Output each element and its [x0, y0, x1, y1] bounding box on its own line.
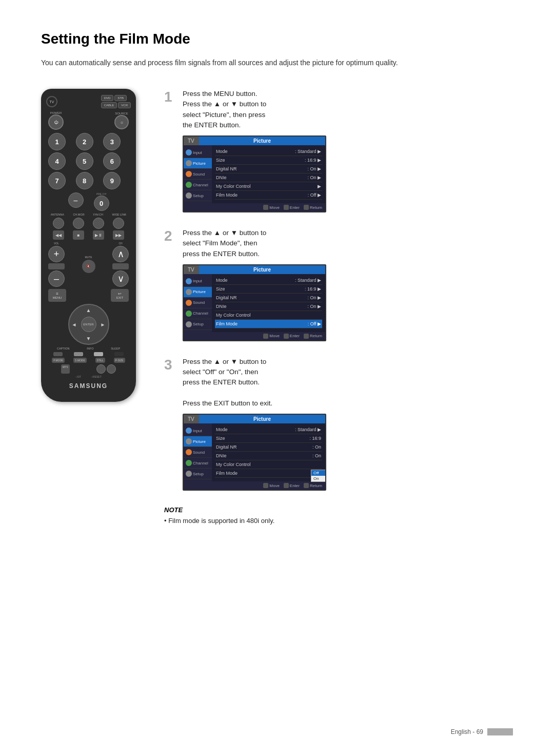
menu-button[interactable]: ≡ MENU: [48, 289, 66, 302]
setup-icon-3: [186, 471, 192, 477]
power-button[interactable]: ⏻: [48, 114, 64, 130]
num-2-button[interactable]: 2: [76, 133, 93, 150]
favch-button[interactable]: [93, 218, 104, 229]
step-3-content: Press the ▲ or ▼ button to select "Off" …: [183, 357, 513, 491]
tv-button[interactable]: TV: [46, 96, 57, 107]
wiselink-button[interactable]: [113, 218, 124, 229]
num-4-button[interactable]: 4: [48, 152, 66, 170]
vol-down-button[interactable]: –: [48, 270, 65, 287]
vol-section: VOL + –: [48, 242, 65, 287]
num-1-button[interactable]: 1: [48, 133, 66, 150]
tv-sidebar-input: Input: [184, 147, 212, 158]
nav-left-button[interactable]: ◄: [72, 322, 77, 327]
reset-button[interactable]: [107, 364, 116, 374]
number-grid: 1 2 3 4 5 6 7 8 9: [48, 133, 129, 189]
p-size-button[interactable]: P-SIZE: [114, 358, 125, 363]
caption-button[interactable]: CAPTION: [57, 347, 69, 350]
tv-row-mode-3: Mode : Standard ▶: [215, 425, 322, 434]
num-5-button[interactable]: 5: [76, 152, 93, 170]
ch-down-button[interactable]: ∨: [112, 270, 129, 287]
reset-label: ○RESET: [91, 375, 102, 378]
dash-button[interactable]: –: [68, 192, 84, 208]
p-mode-button[interactable]: P.MODE: [52, 358, 65, 363]
menu-exit-row: ≡ MENU ↩ EXIT: [48, 289, 129, 302]
dvd-button[interactable]: DVD: [101, 95, 114, 101]
remote-control: TV DVD STB CABLE VCR: [41, 89, 136, 402]
nav-right-button[interactable]: ►: [101, 322, 106, 327]
chmgr-button[interactable]: [73, 218, 84, 229]
mute-button[interactable]: 🔇: [82, 260, 95, 273]
s-mode-button[interactable]: S.MODE: [73, 358, 87, 363]
num-6-button[interactable]: 6: [103, 152, 121, 170]
move-indicator: Move: [263, 205, 280, 210]
tv-sidebar-2: Input Picture Sound: [184, 274, 212, 332]
num-8-button[interactable]: 8: [76, 172, 93, 189]
channel-icon: [186, 182, 192, 188]
exit-button[interactable]: ↩ EXIT: [111, 289, 129, 302]
wiselink-label: WISE LINK: [112, 213, 126, 216]
tv-row-mycolor-3: My Color Control: [215, 460, 322, 469]
num-9-button[interactable]: 9: [103, 172, 121, 189]
setup-icon-2: [186, 321, 192, 327]
sleep-button[interactable]: SLEEP: [111, 347, 120, 350]
dropdown-on[interactable]: On: [311, 476, 326, 481]
tv-footer-3: Move Enter Return: [184, 481, 325, 490]
color-btn-1[interactable]: [53, 352, 63, 356]
caption-info-sleep-row: CAPTION INFO SLEEP: [48, 347, 129, 350]
move-indicator-2: Move: [263, 334, 280, 339]
fastforward-button[interactable]: ▶▶: [113, 230, 124, 240]
nav-down-button[interactable]: ▼: [86, 336, 91, 341]
enter-button[interactable]: ENTER: [81, 317, 96, 332]
return-indicator: Return: [304, 205, 322, 210]
source-button[interactable]: ⊙: [114, 115, 129, 129]
mts-button[interactable]: MTS: [61, 364, 70, 374]
tv-screen-1-body: Input Picture Sound: [184, 145, 325, 203]
tv-row-filmmode: Film Mode : Off ▶: [215, 191, 322, 200]
color-btn-2[interactable]: [74, 352, 83, 356]
tv-row-digitalnr-3: Digital NR : On: [215, 443, 322, 452]
info-button[interactable]: INFO: [87, 347, 93, 350]
enter-indicator: Enter: [284, 205, 300, 210]
vcr-button[interactable]: VCR: [118, 102, 131, 108]
nav-up-button[interactable]: ▲: [86, 307, 91, 313]
step-2: 2 Press the ▲ or ▼ button to select "Fil…: [164, 228, 513, 341]
num-3-button[interactable]: 3: [103, 133, 121, 150]
dropdown-off-selected[interactable]: Off: [311, 470, 326, 476]
page-content: Setting the Film Mode You can automatica…: [0, 0, 554, 555]
return-icon-3: [304, 483, 309, 488]
tv-screen-2-header: TV Picture: [184, 265, 325, 274]
page-footer: English - 69: [451, 728, 513, 735]
bottom-small-row: MTS: [48, 364, 129, 374]
playpause-button[interactable]: ▶⏸: [93, 230, 104, 240]
color-btn-4[interactable]: [114, 352, 124, 356]
set-button[interactable]: [96, 364, 106, 374]
stb-button[interactable]: STB: [114, 95, 127, 101]
num-7-button[interactable]: 7: [48, 172, 66, 189]
color-buttons-row: [48, 352, 129, 356]
tv-screen-2-menu: Mode : Standard ▶ Size : 16:9 ▶ Digital …: [212, 274, 325, 332]
setup-icon: [186, 192, 192, 199]
rewind-button[interactable]: ◀◀: [53, 230, 64, 240]
tv-sidebar-2-input: Input: [184, 276, 212, 287]
vol-indicator: [48, 263, 65, 269]
cable-button[interactable]: CABLE: [101, 102, 117, 108]
ch-section: CH ∧ ∨: [112, 242, 129, 287]
num-0-button[interactable]: 0: [94, 196, 109, 211]
tv-row-digitalnr: Digital NR : On ▶: [215, 165, 322, 173]
still-button[interactable]: STILL: [95, 358, 105, 363]
tv-row-dnie-2: DNIe : On ▶: [215, 302, 322, 311]
samsung-logo: SAMSUNG: [46, 382, 131, 390]
tv-header-picture-2: Picture: [199, 265, 325, 274]
picture-icon-2: [186, 289, 192, 295]
vol-up-button[interactable]: +: [48, 246, 65, 262]
vol-label: VOL: [54, 242, 59, 245]
step-3-text: Press the ▲ or ▼ button to select "Off" …: [183, 357, 513, 409]
tv-screen-2-body: Input Picture Sound: [184, 274, 325, 332]
ch-up-button[interactable]: ∧: [112, 246, 129, 262]
tv-row-size: Size : 16:9 ▶: [215, 156, 322, 165]
color-btn-3[interactable]: [94, 352, 103, 356]
tv-screen-2: TV Picture Input Pic: [183, 264, 326, 341]
ch-label: CH: [118, 242, 122, 245]
stop-button[interactable]: ■: [73, 230, 84, 240]
antenna-button[interactable]: [53, 218, 64, 229]
